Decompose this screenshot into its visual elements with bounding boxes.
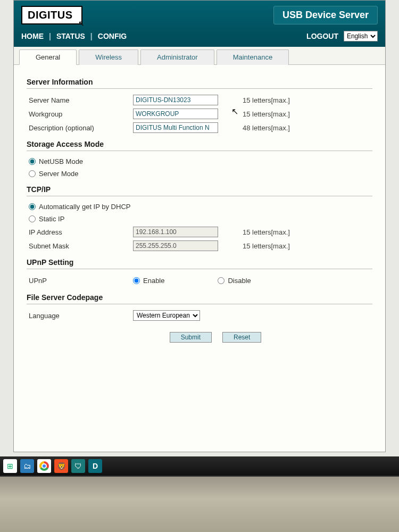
laptop-bezel [0, 476, 399, 532]
server-name-hint: 15 letters[max.] [234, 96, 290, 104]
tab-general[interactable]: General [19, 49, 77, 65]
top-nav: HOME | STATUS | CONFIG LOGOUT English [21, 29, 378, 47]
workgroup-input[interactable] [133, 109, 218, 119]
subnet-mask-hint: 15 letters[max.] [234, 242, 290, 250]
section-tcpip: TCP/IP [27, 185, 372, 196]
section-storage-mode: Storage Access Mode [27, 140, 372, 151]
netusb-label: NetUSB Mode [39, 157, 83, 165]
nav-config[interactable]: CONFIG [98, 32, 127, 40]
description-hint: 48 letters[max.] [234, 124, 290, 132]
subnet-mask-label: Subnet Mask [27, 242, 133, 250]
nav-logout[interactable]: LOGOUT [306, 32, 338, 40]
description-input[interactable] [133, 122, 218, 133]
ip-address-hint: 15 letters[max.] [234, 228, 290, 236]
config-page: DIGITUS® ↖ USB Device Server HOME | STAT… [13, 0, 386, 452]
static-ip-radio[interactable] [29, 215, 36, 222]
section-upnp: UPnP Setting [27, 258, 372, 269]
file-explorer-icon[interactable]: 🗂 [20, 459, 34, 473]
dhcp-radio[interactable] [29, 203, 36, 210]
description-label: Description (optional) [27, 124, 133, 132]
windows-taskbar: ⊞ 🗂 🦁 🛡 D [0, 456, 399, 476]
ip-address-label: IP Address [27, 228, 133, 236]
server-name-label: Server Name [27, 96, 133, 104]
brave-icon[interactable]: 🦁 [54, 459, 68, 473]
workgroup-label: Workgroup [27, 110, 133, 118]
brand-logo: DIGITUS® ↖ [21, 6, 82, 24]
codepage-select[interactable]: Western European [133, 310, 200, 321]
static-ip-label: Static IP [39, 215, 64, 223]
section-server-info: Server Information [27, 78, 372, 89]
shield-app-icon[interactable]: 🛡 [71, 459, 85, 473]
ip-address-input[interactable] [133, 227, 218, 237]
nav-status[interactable]: STATUS [56, 32, 85, 40]
logo-text: DIGITUS [28, 9, 73, 21]
tab-maintenance[interactable]: Maintenance [217, 49, 289, 65]
upnp-disable-radio[interactable] [218, 277, 225, 284]
upnp-label: UPnP [27, 277, 133, 285]
digitus-app-icon[interactable]: D [88, 459, 102, 473]
start-button-icon[interactable]: ⊞ [3, 459, 17, 473]
server-mode-label: Server Mode [39, 170, 78, 178]
config-content: Server Information Server Name 15 letter… [14, 65, 385, 350]
dhcp-label: Automatically get IP by DHCP [39, 203, 130, 211]
cursor-glyph-icon: ↖ [78, 19, 85, 28]
server-mode-radio[interactable] [29, 170, 36, 177]
upnp-disable-label: Disable [228, 277, 251, 285]
server-name-input[interactable] [133, 95, 218, 105]
nav-home[interactable]: HOME [21, 32, 44, 40]
netusb-radio[interactable] [29, 158, 36, 165]
config-tabs: General Wireless Administrator Maintenan… [14, 47, 385, 65]
page-header: DIGITUS® ↖ USB Device Server HOME | STAT… [14, 1, 385, 47]
upnp-enable-label: Enable [143, 277, 164, 285]
tab-administrator[interactable]: Administrator [140, 49, 214, 65]
tab-wireless[interactable]: Wireless [79, 49, 138, 65]
submit-button[interactable]: Submit [170, 332, 212, 343]
chrome-icon[interactable] [37, 459, 51, 473]
subnet-mask-input[interactable] [133, 240, 218, 251]
language-select[interactable]: English [344, 31, 378, 41]
workgroup-hint: 15 letters[max.] [234, 110, 290, 118]
codepage-language-label: Language [27, 312, 133, 320]
product-title: USB Device Server [273, 6, 378, 24]
upnp-enable-radio[interactable] [133, 277, 140, 284]
section-codepage: File Server Codepage [27, 293, 372, 304]
reset-button[interactable]: Reset [222, 332, 261, 343]
